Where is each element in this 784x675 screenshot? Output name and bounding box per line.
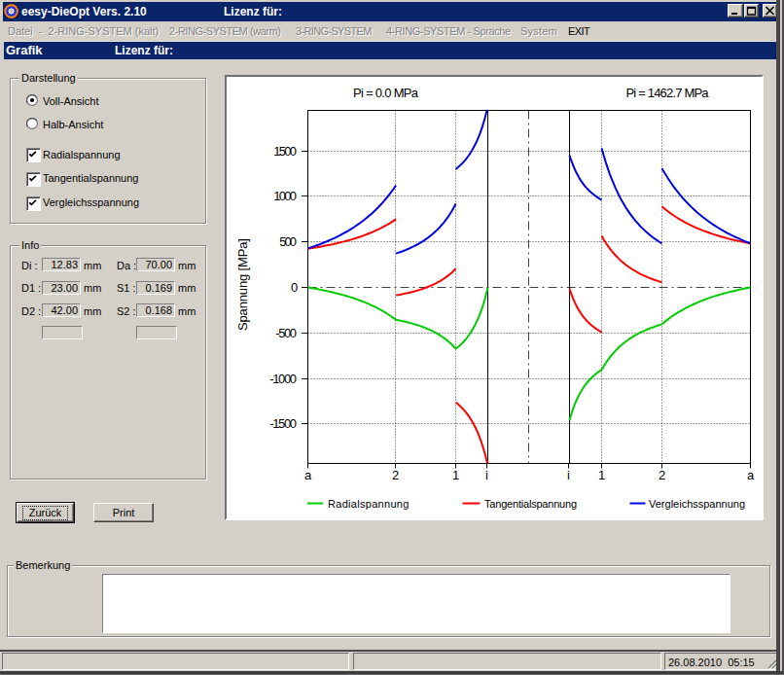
svg-text:i: i <box>485 468 488 482</box>
svg-text:2: 2 <box>392 468 399 482</box>
svg-text:500: 500 <box>279 234 297 249</box>
svg-text:2: 2 <box>659 468 665 482</box>
svg-text:-500: -500 <box>275 326 297 340</box>
svg-text:1: 1 <box>452 468 459 482</box>
svg-text:-1000: -1000 <box>269 372 297 386</box>
svg-text:-1500: -1500 <box>269 416 297 431</box>
svg-text:a: a <box>304 468 312 482</box>
svg-text:1500: 1500 <box>273 144 297 159</box>
svg-text:i: i <box>567 468 570 482</box>
svg-text:Radialspannung: Radialspannung <box>328 498 410 510</box>
svg-text:Pi = 0.0 MPa: Pi = 0.0 MPa <box>353 86 419 100</box>
svg-text:Spannung [MPa]: Spannung [MPa] <box>235 238 250 331</box>
svg-text:0: 0 <box>291 280 298 295</box>
svg-text:Pi = 1462.7 MPa: Pi = 1462.7 MPa <box>626 86 710 100</box>
svg-text:Tangentialspannung: Tangentialspannung <box>484 498 577 510</box>
svg-text:1: 1 <box>598 468 605 482</box>
svg-text:1000: 1000 <box>273 189 297 203</box>
svg-text:a: a <box>747 468 755 482</box>
svg-text:Vergleichsspannung: Vergleichsspannung <box>649 498 745 510</box>
